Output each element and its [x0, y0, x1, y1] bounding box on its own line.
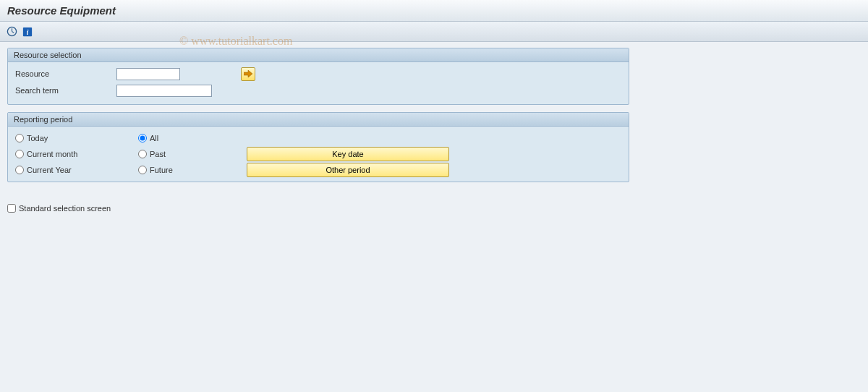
- radio-current-year-input[interactable]: [15, 166, 24, 174]
- resource-row: Resource: [15, 67, 621, 81]
- svg-text:i: i: [27, 27, 29, 35]
- radio-all[interactable]: All: [138, 134, 247, 142]
- radio-current-year[interactable]: Current Year: [15, 166, 138, 174]
- radio-future[interactable]: Future: [138, 166, 247, 174]
- reporting-period-group: Reporting period Today All: [7, 112, 629, 182]
- execute-icon[interactable]: [6, 26, 17, 38]
- group-header: Reporting period: [8, 113, 629, 127]
- standard-selection-input[interactable]: [7, 204, 16, 213]
- radio-today-input[interactable]: [15, 134, 24, 142]
- group-header: Resource selection: [8, 48, 629, 62]
- radio-past[interactable]: Past: [138, 150, 247, 158]
- svg-line-2: [12, 32, 14, 33]
- other-period-button[interactable]: Other period: [247, 163, 449, 177]
- radio-past-input[interactable]: [138, 150, 147, 158]
- standard-selection-checkbox[interactable]: Standard selection screen: [7, 204, 111, 213]
- search-term-label: Search term: [15, 86, 116, 95]
- multiple-selection-button[interactable]: [241, 67, 255, 81]
- content-area: Resource selection Resource Search term: [0, 42, 868, 218]
- resource-label: Resource: [15, 69, 116, 78]
- resource-selection-group: Resource selection Resource Search term: [7, 48, 629, 105]
- radio-all-input[interactable]: [138, 134, 147, 142]
- radio-today[interactable]: Today: [15, 134, 138, 142]
- key-date-button[interactable]: Key date: [247, 147, 449, 161]
- standard-selection-row: Standard selection screen: [7, 204, 861, 213]
- search-term-input[interactable]: [116, 85, 212, 97]
- page-title: Resource Equipment: [0, 0, 868, 22]
- resource-input[interactable]: [116, 68, 180, 80]
- arrow-right-icon: [244, 70, 252, 77]
- radio-current-month[interactable]: Current month: [15, 150, 138, 158]
- search-term-row: Search term: [15, 83, 621, 98]
- info-icon[interactable]: i: [22, 26, 33, 38]
- radio-future-input[interactable]: [138, 166, 147, 174]
- toolbar: i: [0, 22, 868, 42]
- radio-current-month-input[interactable]: [15, 150, 24, 158]
